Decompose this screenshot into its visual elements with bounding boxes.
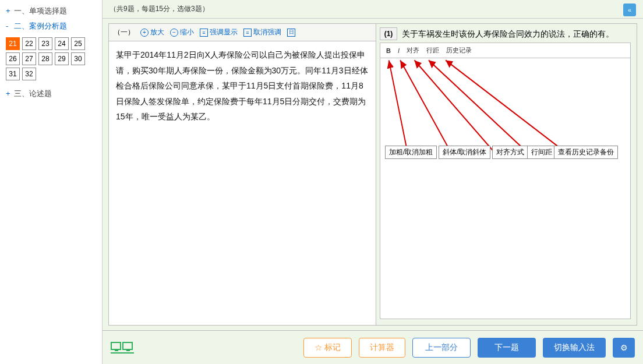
- highlight-off-button[interactable]: ≡取消强调: [243, 27, 281, 37]
- collapse-icon: -: [6, 22, 12, 30]
- question-box-28[interactable]: 28: [38, 52, 52, 65]
- passage-text: 某甲于2014年11月2日向X人寿保险公司以自己为被保险人提出投保申请，购买30…: [109, 41, 376, 325]
- annotation-bold: 加粗/取消加粗: [385, 146, 437, 159]
- section-info: （共9题，每题15分，选做3题）: [109, 4, 209, 14]
- svg-line-1: [400, 61, 454, 158]
- align-button[interactable]: 对齐: [407, 46, 419, 55]
- question-box-31[interactable]: 31: [6, 68, 20, 80]
- monitor-status-icon: [111, 342, 134, 354]
- footer: ☆标记 计算器 上一部分 下一题 切换输入法 ⚙: [103, 330, 643, 364]
- question-box-23[interactable]: 23: [38, 37, 52, 50]
- prev-section-button[interactable]: 上一部分: [412, 338, 471, 358]
- question-box-27[interactable]: 27: [22, 52, 36, 65]
- switch-ime-button[interactable]: 切换输入法: [543, 338, 606, 358]
- top-bar: （共9题，每题15分，选做3题） «: [103, 0, 643, 19]
- svg-line-2: [415, 61, 500, 158]
- question-box-21[interactable]: 21: [6, 37, 20, 50]
- star-icon: ☆: [315, 342, 322, 353]
- mark-button[interactable]: ☆标记: [303, 338, 352, 358]
- annotation-history: 查看历史记录备份: [554, 146, 618, 159]
- section-single-choice[interactable]: + 一、单项选择题: [0, 3, 102, 19]
- highlight-button[interactable]: ≡强调显示: [200, 27, 238, 37]
- passage-toolbar: （一） +放大 −缩小 ≡强调显示 ≡取消强调 日: [109, 24, 376, 41]
- question-box-32[interactable]: 32: [22, 68, 36, 80]
- settings-button[interactable]: ⚙: [613, 338, 635, 358]
- expander-icon: +: [6, 89, 12, 98]
- expander-icon: +: [6, 6, 12, 15]
- answer-panel: (1) 关于车祸发生时该份人寿保险合同效力的说法，正确的有。 B I 对齐 行距…: [376, 23, 637, 326]
- svg-line-3: [429, 61, 534, 158]
- minus-icon: −: [170, 29, 178, 37]
- calculator-button[interactable]: 计算器: [359, 338, 405, 358]
- content-area: （一） +放大 −缩小 ≡强调显示 ≡取消强调 日 某甲于2014年11月2日向…: [103, 19, 643, 330]
- annotation-arrows: [380, 58, 630, 319]
- zoom-in-button[interactable]: +放大: [140, 27, 164, 37]
- section-case-analysis[interactable]: - 二、案例分析题: [0, 19, 102, 34]
- sidebar: + 一、单项选择题 - 二、案例分析题 21222324252627282930…: [0, 0, 103, 364]
- editor-toolbar: B I 对齐 行距 历史记录: [380, 43, 630, 58]
- bold-button[interactable]: B: [386, 47, 391, 54]
- part-label: （一）: [114, 27, 135, 37]
- plus-icon: +: [140, 29, 149, 37]
- main-area: （共9题，每题15分，选做3题） « （一） +放大 −缩小 ≡强调显示 ≡取消…: [103, 0, 643, 364]
- svg-line-0: [389, 61, 409, 158]
- highlight-icon: ≡: [200, 29, 208, 37]
- question-box-22[interactable]: 22: [22, 37, 36, 50]
- editor-content[interactable]: 加粗/取消加粗 斜体/取消斜体 对齐方式 行间距 查看历史记录备份: [380, 58, 630, 319]
- question-box-25[interactable]: 25: [71, 37, 85, 50]
- italic-button[interactable]: I: [398, 47, 400, 54]
- question-text: 关于车祸发生时该份人寿保险合同效力的说法，正确的有。: [402, 27, 631, 40]
- collapse-passage-button[interactable]: 日: [287, 29, 295, 37]
- question-box-30[interactable]: 30: [71, 52, 85, 65]
- layout-icon: 日: [287, 29, 295, 37]
- zoom-out-button[interactable]: −缩小: [170, 27, 194, 37]
- annotation-italic: 斜体/取消斜体: [439, 146, 490, 159]
- gear-icon: ⚙: [620, 343, 628, 352]
- question-number: (1): [380, 27, 397, 40]
- question-box-29[interactable]: 29: [55, 52, 69, 65]
- highlight-off-icon: ≡: [243, 29, 252, 37]
- section-essay[interactable]: + 三、论述题: [0, 86, 102, 101]
- history-button[interactable]: 历史记录: [446, 46, 472, 55]
- svg-line-4: [446, 61, 573, 158]
- question-row: (1) 关于车祸发生时该份人寿保险合同效力的说法，正确的有。: [380, 27, 631, 40]
- question-box-24[interactable]: 24: [55, 37, 69, 50]
- next-question-button[interactable]: 下一题: [478, 338, 536, 358]
- annotation-linespace: 行间距: [527, 146, 556, 159]
- collapse-panel-button[interactable]: «: [623, 3, 636, 16]
- passage-panel: （一） +放大 −缩小 ≡强调显示 ≡取消强调 日 某甲于2014年11月2日向…: [108, 23, 376, 326]
- annotation-align: 对齐方式: [492, 146, 528, 159]
- question-box-26[interactable]: 26: [6, 52, 20, 65]
- answer-editor: B I 对齐 行距 历史记录: [380, 43, 631, 319]
- footer-left: [111, 342, 296, 354]
- question-grid: 212223242526272829303132: [0, 34, 102, 86]
- linespace-button[interactable]: 行距: [426, 46, 439, 55]
